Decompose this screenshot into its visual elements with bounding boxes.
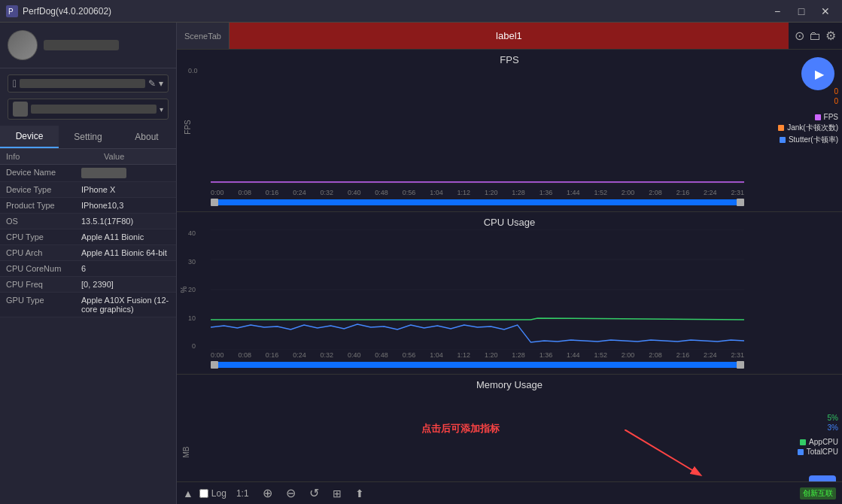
fps-t7: 0:56 <box>403 189 416 196</box>
info-row: Device TypeIPhone X <box>0 182 176 198</box>
rotate-button[interactable]: ↺ <box>305 484 323 502</box>
cpu-y-30: 30 <box>188 258 196 266</box>
info-value: Apple A11 Bionic 64-bit <box>81 248 170 257</box>
minimize-button[interactable]: − <box>767 4 788 19</box>
tab-setting[interactable]: Setting <box>59 126 117 148</box>
stutter-label: Stutter(卡顿率) <box>789 135 838 145</box>
cpu-scroll-right[interactable] <box>737 361 744 369</box>
fps-t14: 1:52 <box>594 189 607 196</box>
info-value: IPhone X <box>81 185 170 194</box>
fps-t18: 2:24 <box>704 189 717 196</box>
cpu-scroll-left[interactable] <box>211 361 218 369</box>
fps-dot <box>815 114 821 120</box>
tab-about[interactable]: About <box>117 126 176 148</box>
cpu-y-0: 0 <box>188 342 196 350</box>
svg-text:P: P <box>8 8 14 16</box>
info-value: Apple A10X Fusion (12-core graphics) <box>81 296 170 314</box>
cpu-y-10: 10 <box>188 314 196 322</box>
cpu-chart-title: CPU Usage <box>177 212 842 229</box>
main-layout:  ✎ ▾ ▾ Device Setting About Info Value … <box>0 23 842 504</box>
fps-scroll-left[interactable] <box>211 199 218 206</box>
fps-scroll-track[interactable] <box>211 199 744 205</box>
export-button[interactable]: ⬆ <box>351 486 368 501</box>
fps-scroll-right[interactable] <box>737 199 744 206</box>
cpu-scroll-track[interactable] <box>211 362 744 368</box>
cpu-chart-svg <box>211 229 744 350</box>
info-row: Device Name <box>0 165 176 182</box>
fps-t5: 0:40 <box>348 189 361 196</box>
header-value: Value <box>104 152 124 161</box>
fps-time-axis: 0:00 0:08 0:16 0:24 0:32 0:40 0:48 0:56 … <box>211 187 744 198</box>
fps-label: FPS <box>824 113 838 121</box>
app-selector[interactable]: ▾ <box>8 99 169 120</box>
fps-legend-val2: 0 <box>778 97 838 105</box>
info-row: CPU Freq[0, 2390] <box>0 277 176 293</box>
watermark: 创新互联 <box>800 487 836 499</box>
username-bar <box>44 40 119 50</box>
add-metric-button[interactable]: + <box>809 475 836 481</box>
expand-icon[interactable]: ▲ <box>183 487 193 499</box>
device-selector-icons: ✎ ▾ <box>148 78 163 89</box>
app-title: PerfDog(v4.0.200602) <box>23 6 111 17</box>
fps-t10: 1:20 <box>485 189 498 196</box>
svg-rect-10 <box>211 392 744 481</box>
jank-label: Jank(卡顿次数) <box>787 123 838 133</box>
info-key: GPU Type <box>6 296 81 305</box>
location-icon[interactable]: ⊙ <box>795 29 804 43</box>
info-key: OS <box>6 217 81 226</box>
memory-chart-title: Memory Usage <box>177 375 842 392</box>
cpu-time-axis: 0:00 0:08 0:16 0:24 0:32 0:40 0:48 0:56 … <box>211 350 744 360</box>
label1: label1 <box>229 23 789 49</box>
apple-icon:  <box>13 77 17 90</box>
info-row: CPU CoreNum6 <box>0 261 176 277</box>
fps-t2: 0:16 <box>266 189 279 196</box>
zoom-in-button[interactable]: ⊕ <box>259 484 276 502</box>
settings-icon[interactable]: ⚙ <box>825 29 836 43</box>
info-value: IPhone10,3 <box>81 201 170 210</box>
app-icon-box <box>13 102 28 117</box>
profile-section <box>0 23 176 68</box>
tab-device[interactable]: Device <box>0 126 59 148</box>
zoom-100-button[interactable]: 1:1 <box>233 487 253 500</box>
info-table: Info Value Device NameDevice TypeIPhone … <box>0 149 176 504</box>
folder-icon[interactable]: 🗀 <box>809 29 821 43</box>
fps-t16: 2:08 <box>649 189 662 196</box>
edit-icon[interactable]: ✎ <box>148 78 156 89</box>
memory-chart-area: MB 0.0 点击后可添加指标 <box>211 392 744 481</box>
zoom-out-button[interactable]: ⊖ <box>282 484 299 502</box>
cpu-y-20: 20 <box>188 286 196 293</box>
stutter-dot <box>780 137 786 143</box>
fps-chart-svg <box>211 67 744 187</box>
fps-chart-section: FPS FPS 0.0 <box>177 50 842 212</box>
left-panel:  ✎ ▾ ▾ Device Setting About Info Value … <box>0 23 177 504</box>
play-button[interactable] <box>801 57 834 90</box>
device-name-bar <box>20 79 145 88</box>
info-row: OS13.5.1(17F80) <box>0 214 176 229</box>
info-row: CPU ArchApple A11 Bionic 64-bit <box>0 245 176 261</box>
watermark-badge: 创新互联 <box>800 487 836 499</box>
fps-t8: 1:04 <box>430 189 443 196</box>
cpu-y-40: 40 <box>188 229 196 237</box>
device-selector[interactable]:  ✎ ▾ <box>8 74 169 93</box>
close-button[interactable]: ✕ <box>815 4 836 19</box>
cpu-chart-area: % 40 30 20 10 0 <box>211 229 744 350</box>
screenshot-button[interactable]: ⊞ <box>329 486 345 501</box>
info-row: Product TypeIPhone10,3 <box>0 198 176 214</box>
info-key: Device Name <box>6 168 81 177</box>
app-selector-arrow[interactable]: ▾ <box>160 105 163 114</box>
fps-t1: 0:08 <box>238 189 251 196</box>
username-area <box>44 40 169 50</box>
memory-chart-section: Memory Usage MB 0.0 点击后可添加指标 <box>177 375 842 481</box>
scene-tab-label: SceneTab <box>177 23 229 49</box>
fps-legend-val1: 0 <box>778 87 838 96</box>
info-key: CPU Type <box>6 232 81 241</box>
info-key: CPU Arch <box>6 248 81 257</box>
tab-bar: Device Setting About <box>0 126 176 149</box>
right-panel: SceneTab label1 ⊙ 🗀 ⚙ FPS FPS 0.0 <box>177 23 842 504</box>
fps-t19: 2:31 <box>731 189 744 196</box>
maximize-button[interactable]: □ <box>791 4 812 19</box>
chevron-down-icon[interactable]: ▾ <box>159 78 163 89</box>
log-checkbox[interactable] <box>199 489 208 498</box>
charts-container: FPS FPS 0.0 <box>177 50 842 481</box>
info-value <box>81 168 170 178</box>
